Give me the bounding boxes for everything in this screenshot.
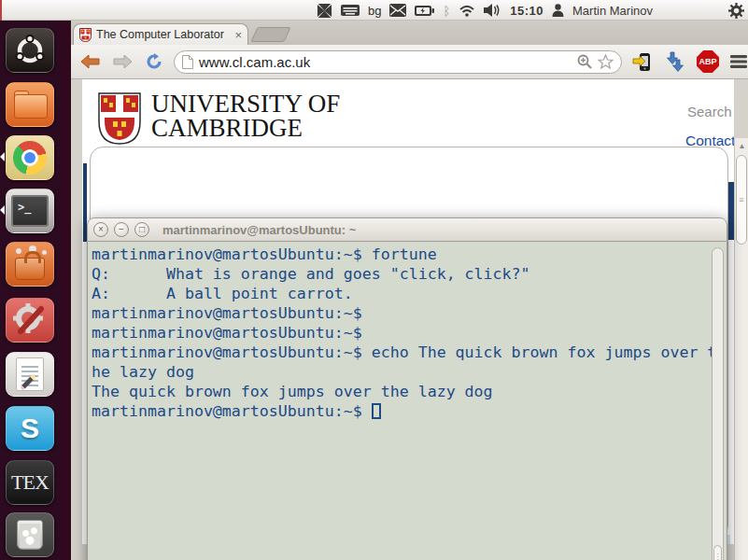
desktop: bg ᛒ 15:10 [0, 0, 748, 560]
battery-icon[interactable] [415, 5, 434, 17]
launcher-item-text-editor[interactable] [6, 352, 54, 397]
window-maximize-icon[interactable]: □ [134, 222, 149, 237]
skype-icon: S [21, 413, 39, 444]
top-panel: bg ᛒ 15:10 [0, 0, 748, 21]
chrome-running-indicator [0, 152, 5, 161]
panel-accent-line [0, 0, 2, 21]
menu-icon[interactable] [729, 54, 748, 70]
address-bar[interactable]: www.cl.cam.ac.uk [174, 50, 622, 74]
pinwheel-icon[interactable] [317, 3, 332, 19]
launcher-item-system-settings[interactable] [6, 298, 54, 343]
terminal-prompt-line: martinmarinov@martosUbuntu:~$ [88, 401, 727, 421]
new-tab-button[interactable] [250, 27, 290, 42]
terminal-line: he lazy dog [88, 362, 727, 382]
tab-favicon-shield-icon [79, 28, 92, 42]
adblock-plus-extension-icon[interactable]: ABP [696, 49, 720, 74]
tab-close-icon[interactable]: × [234, 29, 242, 41]
terminal-body[interactable]: martinmarinov@martosUbuntu:~$ fortune Q:… [87, 242, 727, 560]
launcher-item-dash[interactable] [6, 28, 54, 73]
page-icon [182, 55, 193, 69]
vertical-scrollbar[interactable]: ▲ ≡ ▼ [734, 138, 748, 560]
window-close-icon[interactable]: × [93, 222, 108, 237]
terminal-line: A: A ball point carrot. [88, 284, 727, 303]
terminal-scrollbar[interactable]: ⋮ [712, 247, 724, 560]
bookmark-star-icon[interactable] [598, 54, 614, 69]
terminal-icon: >_ [11, 195, 49, 227]
terminal-line: The quick brown fox jumps over the lazy … [88, 382, 727, 401]
mail-icon[interactable] [389, 4, 406, 17]
university-wordmark: UNIVERSITY OF CAMBRIDGE [151, 91, 340, 140]
terminal-titlebar[interactable]: × − □ martinmarinov@martosUbuntu: ~ [87, 217, 727, 242]
url-text[interactable]: www.cl.cam.ac.uk [199, 54, 572, 70]
clock[interactable]: 15:10 [510, 4, 543, 18]
terminal-scrollbar-grip[interactable]: ⋮ [713, 545, 722, 560]
keyboard-layout-label[interactable]: bg [368, 4, 381, 18]
unity-launcher: >_ S TEX [0, 21, 62, 560]
forward-button[interactable] [110, 49, 134, 74]
launcher-item-trash[interactable] [6, 512, 54, 557]
browser-tab[interactable]: The Computer Laborator × [73, 23, 248, 45]
document-pencil-icon [16, 357, 44, 391]
downloads-extension-icon[interactable] [663, 49, 687, 74]
terminal-line: martinmarinov@martosUbuntu:~$ fortune [88, 245, 727, 264]
cambridge-shield-logo [98, 92, 141, 145]
wifi-icon[interactable] [459, 5, 475, 17]
scroll-up-button[interactable]: ▲ [735, 138, 748, 153]
launcher-item-software-center[interactable] [6, 242, 54, 287]
tex-icon: TEX [11, 470, 49, 495]
volume-icon[interactable] [484, 4, 501, 17]
launcher-item-skype[interactable]: S [6, 406, 54, 451]
forward-arrow-icon [113, 55, 132, 68]
user-menu[interactable]: Martin Marinov [572, 4, 653, 18]
tab-strip: The Computer Laborator × [71, 21, 748, 45]
terminal-window: × − □ martinmarinov@martosUbuntu: ~ mart… [87, 217, 727, 560]
bluetooth-icon[interactable]: ᛒ [443, 4, 450, 18]
terminal-line: Q: What is orange and goes "click, click… [88, 264, 727, 284]
reload-icon [146, 53, 162, 70]
browser-content: UNIVERSITY OF CAMBRIDGE Search Contact y… [71, 79, 748, 560]
back-arrow-icon [81, 55, 100, 68]
terminal-running-indicator [0, 205, 5, 215]
terminal-title: martinmarinov@martosUbuntu: ~ [162, 223, 356, 237]
launcher-item-terminal[interactable]: >_ [6, 189, 54, 233]
terminal-line: martinmarinov@martosUbuntu:~$ echo The q… [88, 343, 727, 362]
trash-icon [17, 520, 43, 550]
chrome-icon [13, 141, 47, 175]
terminal-line: martinmarinov@martosUbuntu:~$ [88, 323, 727, 343]
gear-wrench-icon [11, 301, 49, 339]
browser-toolbar: www.cl.cam.ac.uk [71, 45, 748, 79]
user-icon [552, 4, 564, 17]
session-gear-icon[interactable] [728, 3, 744, 19]
back-button[interactable] [78, 49, 103, 74]
keyboard-icon[interactable] [341, 4, 360, 17]
terminal-line: martinmarinov@martosUbuntu:~$ [88, 303, 727, 323]
launcher-item-tex[interactable]: TEX [6, 460, 54, 505]
launcher-item-chrome[interactable] [6, 135, 54, 180]
launcher-item-files[interactable] [6, 82, 54, 127]
browser-window: The Computer Laborator × [71, 21, 748, 560]
ubuntu-logo-icon [14, 35, 46, 66]
send-to-phone-extension-icon[interactable] [630, 49, 655, 74]
zoom-page-icon[interactable] [577, 54, 592, 69]
system-tray: bg ᛒ 15:10 [317, 0, 744, 21]
page-search-label[interactable]: Search [687, 104, 732, 119]
vertical-scrollbar-thumb[interactable]: ≡ [736, 155, 747, 245]
window-minimize-icon[interactable]: − [114, 222, 129, 237]
reload-button[interactable] [142, 49, 166, 74]
shopping-bag-icon [15, 258, 45, 280]
tab-title: The Computer Laborator [96, 28, 230, 41]
terminal-cursor [372, 403, 381, 419]
